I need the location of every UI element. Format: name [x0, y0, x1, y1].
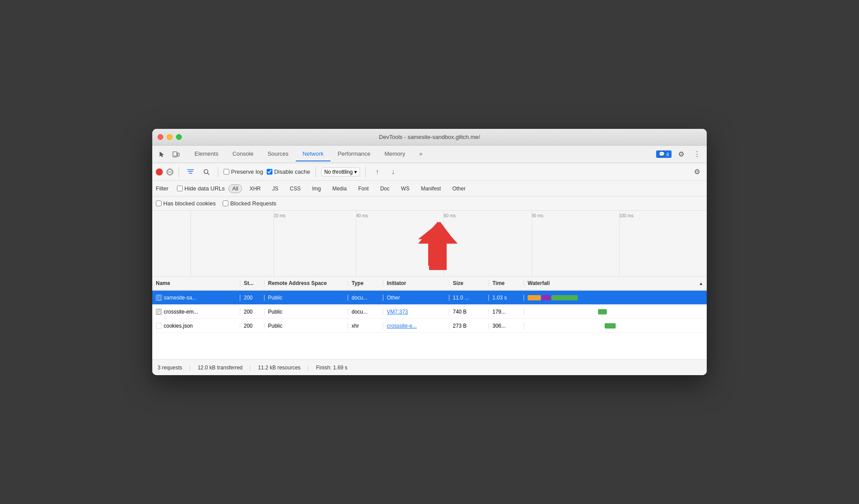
col-header-time[interactable]: Time [489, 280, 524, 286]
svg-marker-7 [418, 222, 458, 270]
row2-size: 740 B [449, 309, 489, 315]
throttle-select[interactable]: No throttling ▾ [321, 168, 360, 176]
row3-size: 273 B [449, 323, 489, 329]
table-row[interactable]: cookies.json 200 Public xhr crosssite-e.… [152, 319, 707, 333]
traffic-lights [158, 134, 182, 140]
requests-count: 3 requests [158, 365, 182, 371]
sep-1: | [189, 365, 191, 371]
table-header-row: Name St... Remote Address Space Type Ini… [152, 277, 707, 291]
preserve-log-label[interactable]: Preserve log [224, 168, 263, 175]
filter-type-ws[interactable]: WS [397, 184, 413, 193]
col-header-remote[interactable]: Remote Address Space [264, 280, 348, 286]
download-icon[interactable]: ↓ [387, 166, 399, 178]
row1-status: 200 [240, 295, 264, 301]
filter-type-xhr[interactable]: XHR [246, 184, 264, 193]
row1-time: 1.03 s [489, 295, 524, 301]
more-options-icon[interactable]: ⋮ [691, 148, 703, 161]
tab-bar-icons [156, 148, 182, 161]
filter-button[interactable] [184, 166, 197, 178]
network-settings-icon[interactable]: ⚙ [691, 166, 703, 178]
close-button[interactable] [158, 134, 163, 140]
ms-label-100: 100 ms [619, 213, 634, 218]
tab-console[interactable]: Console [225, 147, 261, 161]
has-blocked-cookies-checkbox[interactable] [156, 201, 162, 206]
main-tabs: Elements Console Sources Network Perform… [187, 147, 656, 161]
row3-type: xhr [348, 323, 383, 329]
console-badge[interactable]: 💬 4 [656, 150, 672, 158]
tab-memory[interactable]: Memory [378, 147, 412, 161]
row2-time: 179... [489, 309, 524, 315]
status-bar: 3 requests | 12.0 kB transferred | 11.2 … [152, 359, 707, 375]
filter-type-img[interactable]: Img [308, 184, 325, 193]
tab-elements[interactable]: Elements [187, 147, 225, 161]
filter-type-media[interactable]: Media [328, 184, 351, 193]
timeline-area: 20 ms 40 ms 60 ms 80 ms 100 ms [191, 211, 707, 276]
disable-cache-checkbox[interactable] [267, 169, 272, 175]
has-blocked-cookies-label[interactable]: Has blocked cookies [156, 200, 216, 207]
filter-type-manifest[interactable]: Manifest [417, 184, 445, 193]
tab-performance[interactable]: Performance [330, 147, 377, 161]
search-button[interactable] [200, 166, 213, 178]
filter-type-font[interactable]: Font [354, 184, 373, 193]
row2-type: docu... [348, 309, 383, 315]
minimize-button[interactable] [167, 134, 173, 140]
row2-waterfall-bars [598, 309, 607, 314]
grid-line-1 [274, 211, 274, 276]
col-header-status[interactable]: St... [240, 280, 264, 286]
col-header-size[interactable]: Size [449, 280, 489, 286]
maximize-button[interactable] [176, 134, 182, 140]
row3-status: 200 [240, 323, 264, 329]
toolbar-separator-3 [316, 167, 316, 177]
row3-file-icon [156, 323, 162, 329]
row2-remote: Public [264, 309, 348, 315]
clear-button[interactable] [166, 168, 173, 175]
row3-time: 306... [489, 323, 524, 329]
preserve-log-checkbox[interactable] [224, 169, 229, 175]
finish-time: Finish: 1.69 s [316, 365, 347, 371]
tab-sources[interactable]: Sources [261, 147, 296, 161]
record-button[interactable] [156, 168, 163, 175]
table-row[interactable]: samesite-sa... 200 Public docu... Other … [152, 291, 707, 305]
upload-icon[interactable]: ↑ [371, 166, 383, 178]
row1-type: docu... [348, 295, 383, 301]
col-header-waterfall[interactable]: Waterfall ▲ [524, 280, 707, 286]
filter-type-all[interactable]: All [228, 184, 242, 193]
hide-data-urls-label[interactable]: Hide data URLs [177, 185, 225, 192]
red-arrow-annotation [418, 222, 458, 272]
disable-cache-label[interactable]: Disable cache [267, 168, 310, 175]
wf-bar-green-1 [551, 295, 578, 300]
row2-file-icon [156, 309, 162, 315]
blocked-requests-checkbox[interactable] [223, 201, 228, 206]
has-blocked-cookies-text: Has blocked cookies [163, 200, 216, 207]
col-header-type[interactable]: Type [348, 280, 383, 286]
hide-data-urls-text: Hide data URLs [184, 185, 225, 192]
empty-table-area [152, 333, 707, 359]
row2-waterfall [524, 309, 707, 314]
filter-type-js[interactable]: JS [268, 184, 282, 193]
row3-waterfall [524, 323, 707, 329]
hide-data-urls-checkbox[interactable] [177, 186, 183, 191]
col-header-name[interactable]: Name [152, 280, 240, 286]
ms-label-40: 40 ms [356, 213, 368, 218]
cursor-icon[interactable] [156, 148, 168, 161]
tab-network[interactable]: Network [296, 147, 331, 161]
row1-initiator: Other [383, 295, 449, 301]
filter-type-other[interactable]: Other [448, 184, 470, 193]
throttle-chevron-icon: ▾ [354, 169, 357, 175]
row2-initiator: VM7:373 [383, 309, 449, 315]
blocked-requests-label[interactable]: Blocked Requests [223, 200, 276, 207]
device-toolbar-icon[interactable] [170, 148, 182, 161]
tab-more[interactable]: » [412, 147, 430, 161]
network-table: Name St... Remote Address Space Type Ini… [152, 277, 707, 359]
filter-type-doc[interactable]: Doc [376, 184, 393, 193]
table-row[interactable]: crosssite-em... 200 Public docu... VM7:3… [152, 305, 707, 319]
row3-name: cookies.json [152, 323, 240, 329]
col-header-initiator[interactable]: Initiator [383, 280, 449, 286]
settings-icon-top[interactable]: ⚙ [675, 148, 687, 161]
row1-file-icon [156, 295, 162, 301]
sort-arrow-icon: ▲ [699, 281, 703, 286]
row2-status: 200 [240, 309, 264, 315]
grid-line-3 [444, 211, 444, 276]
filter-type-css[interactable]: CSS [286, 184, 305, 193]
wf-bar-orange [528, 295, 541, 300]
